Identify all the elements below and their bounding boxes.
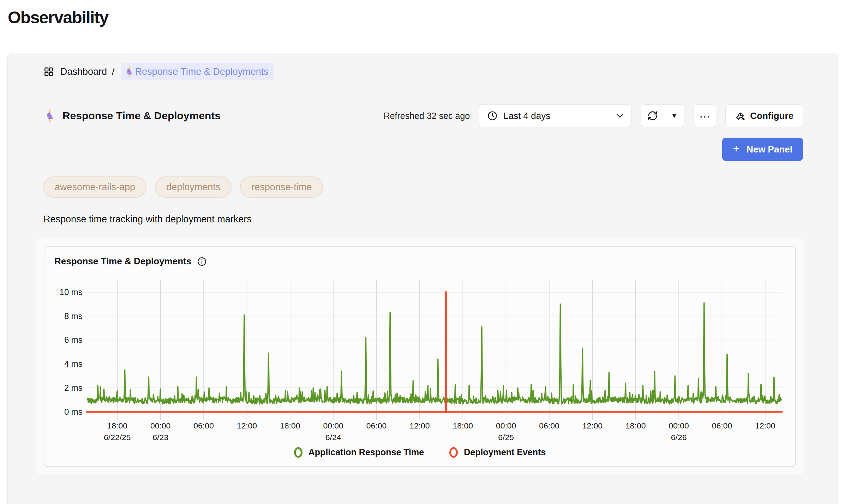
svg-text:18:00: 18:00 [625, 421, 646, 430]
carousel-horse-icon: ♞ [43, 109, 56, 123]
time-range-select[interactable]: Last 4 days [479, 104, 631, 127]
legend-label: Deployment Events [464, 447, 546, 457]
dashboard-grid-icon [43, 66, 54, 77]
chart-legend: Application Response Time Deployment Eve… [52, 447, 788, 458]
caret-down-icon: ▼ [671, 112, 677, 120]
plus-icon: + [733, 142, 739, 155]
svg-text:4 ms: 4 ms [64, 359, 83, 368]
ellipsis-icon: ... [700, 107, 711, 120]
svg-text:06:00: 06:00 [193, 421, 214, 430]
svg-text:6/23: 6/23 [152, 433, 168, 442]
new-panel-button[interactable]: + New Panel [722, 138, 803, 161]
svg-text:00:00: 00:00 [669, 421, 689, 430]
svg-text:6/25: 6/25 [498, 433, 514, 442]
configure-button[interactable]: Configure [725, 104, 803, 127]
svg-text:♞: ♞ [45, 110, 54, 122]
tag-response-time[interactable]: response-time [240, 176, 323, 198]
legend-label: Application Response Time [308, 447, 424, 457]
refresh-split-button: ▼ [641, 104, 684, 127]
configure-label: Configure [750, 110, 793, 121]
carousel-horse-icon: ♞ [124, 66, 134, 78]
header-controls: Refreshed 32 sec ago Last 4 days [384, 104, 803, 127]
svg-text:12:00: 12:00 [237, 421, 257, 430]
new-panel-label: New Panel [747, 144, 792, 155]
svg-text:06:00: 06:00 [712, 421, 732, 430]
header-divider [29, 90, 818, 90]
time-range-value: Last 4 days [503, 110, 550, 121]
breadcrumb-section[interactable]: Dashboard [60, 66, 107, 77]
svg-text:2 ms: 2 ms [64, 383, 83, 392]
panel-title: ♞ Response Time & Deployments [43, 109, 221, 123]
svg-text:6 ms: 6 ms [64, 335, 83, 344]
chart-title: Response Time & Deployments [54, 256, 191, 267]
legend-marker-red [449, 447, 458, 458]
svg-text:6/24: 6/24 [325, 433, 341, 442]
breadcrumb-separator: / [112, 66, 115, 77]
tag-deployments[interactable]: deployments [155, 176, 232, 198]
svg-text:00:00: 00:00 [323, 421, 343, 430]
refresh-button[interactable] [641, 105, 664, 127]
svg-text:8 ms: 8 ms [64, 311, 83, 321]
more-options-button[interactable]: ... [694, 104, 716, 127]
dashboard-description: Response time tracking with deployment m… [43, 214, 803, 225]
clock-icon [487, 110, 498, 121]
new-panel-row: + New Panel [43, 138, 803, 161]
tags-row: awesome-rails-app deployments response-t… [43, 176, 803, 198]
panel-title-label: Response Time & Deployments [62, 110, 221, 122]
legend-item-response-time[interactable]: Application Response Time [294, 447, 424, 458]
refresh-icon [647, 110, 658, 121]
svg-text:♞: ♞ [125, 66, 133, 77]
svg-text:00:00: 00:00 [150, 421, 170, 430]
svg-text:18:00: 18:00 [280, 421, 300, 430]
panel-header: ♞ Response Time & Deployments Refreshed … [43, 104, 803, 127]
chevron-down-icon [616, 114, 623, 118]
svg-text:6/26: 6/26 [671, 433, 687, 442]
legend-item-deployments[interactable]: Deployment Events [449, 447, 546, 458]
chart-container: Response Time & Deployments 0 ms2 ms4 ms… [36, 238, 804, 475]
svg-text:10 ms: 10 ms [60, 287, 83, 297]
svg-text:0 ms: 0 ms [64, 407, 83, 416]
breadcrumb-current-chip[interactable]: ♞ Response Time & Deployments [121, 63, 274, 80]
info-icon[interactable] [197, 257, 207, 266]
dashboard-card: Dashboard / ♞ Response Time & Deployment… [7, 53, 838, 504]
page-title: Observability [8, 7, 845, 28]
svg-text:18:00: 18:00 [453, 421, 473, 430]
svg-text:12:00: 12:00 [582, 421, 603, 430]
chart-panel: Response Time & Deployments 0 ms2 ms4 ms… [44, 246, 796, 467]
tag-awesome-rails-app[interactable]: awesome-rails-app [43, 176, 146, 198]
svg-text:12:00: 12:00 [755, 421, 775, 430]
refresh-options-button[interactable]: ▼ [664, 105, 684, 127]
tools-icon [735, 110, 745, 121]
svg-text:18:00: 18:00 [107, 421, 127, 430]
svg-text:06:00: 06:00 [539, 421, 559, 430]
svg-text:00:00: 00:00 [496, 421, 516, 430]
refreshed-status: Refreshed 32 sec ago [384, 111, 470, 121]
svg-text:06:00: 06:00 [366, 421, 386, 430]
chart-svg[interactable]: 0 ms2 ms4 ms6 ms8 ms10 ms18:006/22/2500:… [52, 267, 788, 447]
breadcrumb-current-label: Response Time & Deployments [135, 66, 269, 77]
svg-text:12:00: 12:00 [409, 421, 430, 430]
svg-text:6/22/25: 6/22/25 [104, 433, 131, 442]
breadcrumb: Dashboard / ♞ Response Time & Deployment… [43, 53, 803, 90]
legend-marker-green [294, 447, 302, 458]
